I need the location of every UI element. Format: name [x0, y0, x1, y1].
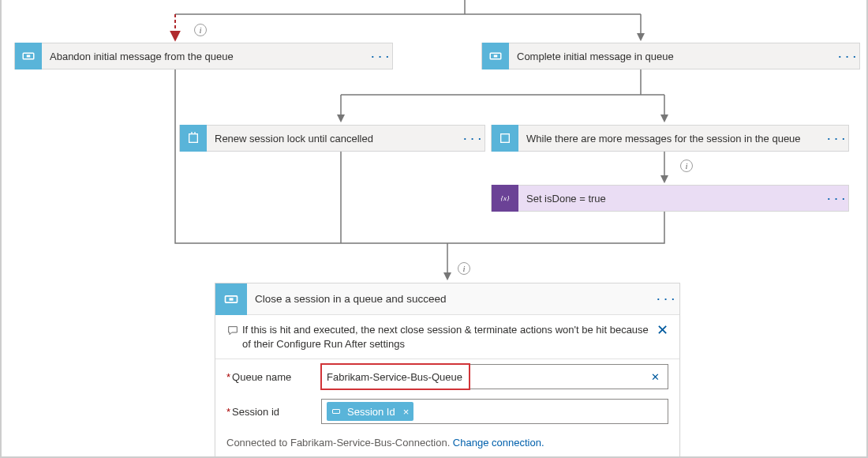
info-icon[interactable]: i	[680, 160, 693, 172]
scope-renew-session-lock[interactable]: Renew session lock until cancelled · · ·	[179, 125, 485, 152]
action-menu-button[interactable]: · · ·	[461, 133, 485, 145]
action-set-isdone[interactable]: {x} Set isDone = true · · ·	[491, 185, 849, 212]
action-title: Complete initial message in queue	[509, 51, 836, 62]
svg-rect-3	[494, 55, 498, 58]
action-menu-button[interactable]: · · ·	[836, 51, 859, 62]
action-menu-button[interactable]: · · ·	[653, 293, 679, 305]
svg-rect-1	[27, 55, 31, 58]
info-icon[interactable]: i	[458, 262, 470, 275]
scope-while-more-messages[interactable]: While there are more messages for the se…	[491, 125, 849, 152]
session-id-token[interactable]: Session Id ×	[327, 402, 413, 421]
variable-icon: {x}	[492, 185, 518, 212]
info-icon[interactable]: i	[194, 24, 207, 36]
service-bus-icon	[15, 43, 42, 69]
comment-icon	[223, 323, 242, 337]
svg-rect-8	[230, 298, 234, 300]
action-title: Abandon initial message from the queue	[42, 51, 369, 62]
field-queue-name: *Queue name Fabrikam-Service-Bus-Queue ✕	[215, 359, 679, 394]
input-value: Fabrikam-Service-Bus-Queue	[327, 371, 648, 383]
token-label: Session Id	[347, 406, 395, 418]
svg-text:{x}: {x}	[500, 194, 510, 202]
queue-name-input[interactable]: Fabrikam-Service-Bus-Queue ✕	[321, 364, 668, 389]
close-note-button[interactable]: ✕	[657, 323, 668, 337]
scope-icon	[492, 125, 518, 152]
action-title: While there are more messages for the se…	[518, 133, 825, 145]
note-text: If this is hit and executed, the next cl…	[242, 323, 657, 351]
action-title: Set isDone = true	[518, 193, 825, 205]
panel-note: If this is hit and executed, the next cl…	[215, 315, 679, 359]
panel-header[interactable]: Close a session in a queue and succeed ·…	[215, 283, 679, 315]
change-connection-link[interactable]: Change connection.	[453, 437, 544, 449]
svg-rect-9	[333, 410, 340, 414]
svg-rect-5	[501, 134, 510, 143]
clear-input-button[interactable]: ✕	[648, 371, 663, 383]
action-abandon-initial-message[interactable]: Abandon initial message from the queue ·…	[14, 43, 393, 69]
action-menu-button[interactable]: · · ·	[825, 193, 848, 205]
service-bus-icon	[482, 43, 509, 69]
action-title: Renew session lock until cancelled	[207, 133, 461, 145]
field-label: *Session id	[226, 406, 321, 418]
field-session-id: *Session id Session Id ×	[215, 394, 679, 429]
remove-token-button[interactable]: ×	[403, 406, 410, 418]
svg-rect-4	[189, 134, 198, 143]
service-bus-icon	[215, 283, 247, 315]
connection-text: Connected to Fabrikam-Service-Bus-Connec…	[226, 437, 453, 449]
action-close-session-panel[interactable]: Close a session in a queue and succeed ·…	[215, 283, 680, 458]
session-id-input[interactable]: Session Id ×	[321, 399, 668, 424]
action-complete-initial-message[interactable]: Complete initial message in queue · · ·	[481, 43, 860, 69]
scope-icon	[180, 125, 207, 152]
service-bus-icon	[330, 405, 342, 418]
panel-title: Close a session in a queue and succeed	[247, 293, 653, 305]
logic-app-designer-canvas[interactable]: i i i Abandon initial message from the q…	[0, 0, 868, 458]
connection-info: Connected to Fabrikam-Service-Bus-Connec…	[215, 429, 679, 458]
action-menu-button[interactable]: · · ·	[369, 51, 392, 62]
field-label: *Queue name	[226, 371, 321, 383]
action-menu-button[interactable]: · · ·	[825, 133, 848, 145]
